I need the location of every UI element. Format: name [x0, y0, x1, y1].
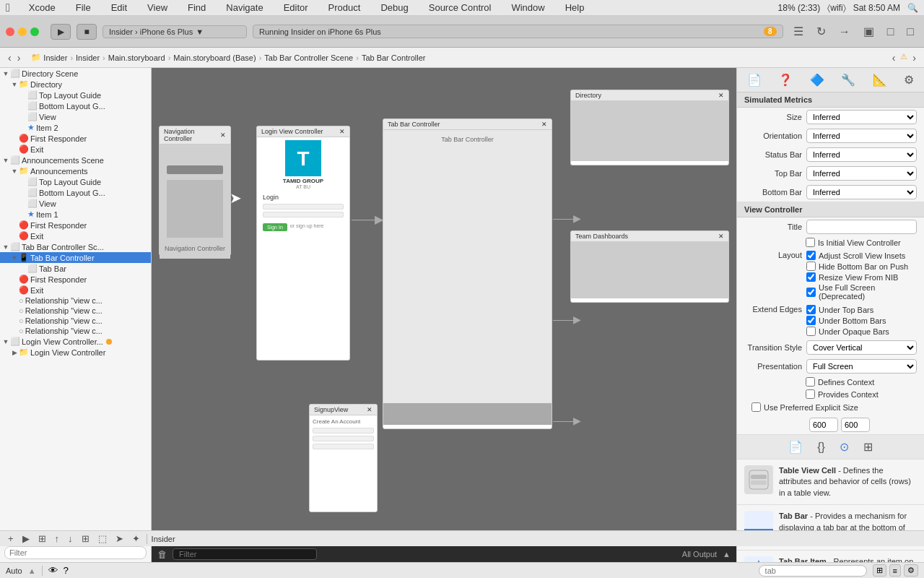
status-bar-select[interactable]: Inferred: [806, 147, 917, 162]
delete-output-button[interactable]: 🗑: [157, 549, 167, 560]
under-opaque-checkbox[interactable]: [806, 327, 816, 336]
back-button[interactable]: ‹: [6, 52, 14, 64]
menu-product[interactable]: Product: [324, 2, 365, 13]
bc-next-button[interactable]: ›: [910, 52, 918, 64]
team-dashboards-panel[interactable]: Team Dashboards ✕: [570, 230, 729, 303]
search-icon[interactable]: 🔍: [907, 3, 918, 13]
menu-help[interactable]: Help: [561, 2, 589, 13]
login-controller-box[interactable]: Login View Controller ✕ T TAMID GROUP: [256, 126, 350, 361]
is-initial-checkbox[interactable]: [806, 238, 815, 247]
sidebar-item-tabbar[interactable]: ⬜ Tab Bar: [0, 263, 151, 274]
adjust-scroll-checkbox[interactable]: [806, 251, 816, 260]
sidebar-item-directory[interactable]: ▼ 📁 Directory: [0, 79, 151, 90]
content-size-checkbox[interactable]: [751, 402, 761, 412]
breadcrumb-item-2[interactable]: Insider: [76, 53, 100, 62]
bb-btn2[interactable]: ▶: [20, 532, 32, 545]
full-screen-checkbox[interactable]: [806, 288, 816, 297]
rp-icon-help[interactable]: ❓: [774, 71, 797, 89]
transition-select[interactable]: Cover Vertical: [806, 340, 917, 355]
team-panel-close-icon[interactable]: ✕: [718, 233, 724, 240]
top-bar-select[interactable]: Inferred: [806, 166, 917, 181]
forward-button[interactable]: ›: [15, 52, 23, 64]
menu-editor[interactable]: Editor: [279, 2, 313, 13]
add-item-button[interactable]: +: [6, 532, 16, 545]
right-panel-icon[interactable]: □: [902, 23, 918, 40]
sidebar-item-tabbar-controller[interactable]: ▼ 📱 Tab Bar Controller: [0, 252, 151, 263]
signup-field3[interactable]: [313, 444, 374, 449]
minimize-button[interactable]: [18, 27, 27, 36]
run-button[interactable]: ▶: [51, 24, 71, 40]
rp-circle-icon-btn[interactable]: ⊙: [835, 438, 853, 456]
bb-btn4[interactable]: ↑: [53, 532, 62, 545]
menu-xcode[interactable]: Xcode: [25, 2, 60, 13]
directory-panel-close-icon[interactable]: ✕: [718, 92, 724, 99]
under-top-checkbox[interactable]: [806, 305, 816, 314]
nav-ctrl-close-icon[interactable]: ✕: [220, 131, 226, 139]
layout-icon[interactable]: ▣: [859, 22, 879, 40]
sidebar-filter-input[interactable]: [4, 546, 147, 559]
email-field[interactable]: [263, 204, 344, 210]
sidebar-item-view-dir[interactable]: ⬜ View: [0, 111, 151, 122]
sidebar-item-top-layout-announcements[interactable]: ⬜ Top Layout Guide: [0, 176, 151, 187]
apple-menu[interactable]: : [6, 1, 10, 14]
presentation-select[interactable]: Full Screen: [806, 359, 917, 374]
rp-icon-identity[interactable]: 🔷: [806, 71, 829, 89]
breadcrumb-item-1[interactable]: 📁 Insider: [31, 53, 67, 62]
canvas-area[interactable]: Navigation Controller ✕ Navigation Contr…: [152, 68, 736, 562]
bb-btn3[interactable]: ⊞: [36, 532, 48, 545]
forward-icon[interactable]: →: [834, 23, 855, 40]
bb-btn6[interactable]: ⊞: [79, 532, 92, 545]
inspector-icon[interactable]: □: [883, 23, 899, 40]
bottom-bar-select[interactable]: Inferred: [806, 185, 917, 199]
menu-edit[interactable]: Edit: [107, 2, 131, 13]
tabbar-ctrl-close-icon[interactable]: ✕: [541, 121, 547, 128]
status-settings-btn[interactable]: ⚙: [904, 564, 918, 577]
status-list-btn[interactable]: ≡: [889, 564, 901, 577]
sidebar-item-item1[interactable]: ★ Item 1: [0, 209, 151, 220]
output-selector[interactable]: All Output: [682, 550, 717, 558]
menu-view[interactable]: View: [143, 2, 172, 13]
status-grid-btn[interactable]: ⊞: [873, 564, 886, 577]
bb-btn8[interactable]: ➤: [113, 532, 126, 545]
rp-icon-attributes[interactable]: 🔧: [837, 71, 860, 89]
library-search-input[interactable]: [759, 565, 867, 577]
sidebar-section-tabbar[interactable]: ▼ ⬜ Tab Bar Controller Sc...: [0, 241, 151, 252]
sidebar-item-first-responder-tb[interactable]: 🔴 First Responder: [0, 274, 151, 285]
signup-controller-box[interactable]: SignupView ✕ Create An Account: [309, 404, 378, 512]
sidebar-section-directory-scene[interactable]: ▼ ⬜ Directory Scene: [0, 68, 151, 79]
bb-btn5[interactable]: ↓: [66, 532, 75, 545]
rp-grid-icon-btn[interactable]: ⊞: [859, 438, 877, 456]
scheme-selector[interactable]: Insider › iPhone 6s Plus ▼: [103, 25, 247, 38]
provides-context-checkbox[interactable]: [806, 389, 815, 399]
content-size-h-input[interactable]: [841, 418, 870, 432]
hide-bottom-checkbox[interactable]: [806, 262, 816, 271]
sidebar-item-rel1[interactable]: ○ Relationship "view c...: [0, 296, 151, 306]
navigation-controller-box[interactable]: Navigation Controller ✕ Navigation Contr…: [159, 126, 231, 256]
sidebar-section-login[interactable]: ▼ ⬜ Login View Controller...: [0, 336, 151, 347]
menu-source-control[interactable]: Source Control: [424, 2, 496, 13]
directory-panel[interactable]: Directory ✕: [570, 90, 729, 165]
menu-debug[interactable]: Debug: [376, 2, 412, 13]
menu-file[interactable]: File: [71, 2, 95, 13]
sidebar-section-announcements[interactable]: ▼ ⬜ Announcements Scene: [0, 155, 151, 165]
sidebar-item-bottom-layout-guide-dir[interactable]: ⬜ Bottom Layout G...: [0, 100, 151, 111]
output-filter-input[interactable]: [173, 548, 317, 560]
sidebar-item-rel3[interactable]: ○ Relationship "view c...: [0, 316, 151, 326]
tabbar-controller-box[interactable]: Tab Bar Controller ✕ Tab Bar Controller: [383, 118, 552, 429]
menu-navigate[interactable]: Navigate: [222, 2, 267, 13]
refresh-icon[interactable]: ↻: [812, 22, 830, 40]
sidebar-item-rel4[interactable]: ○ Relationship "view c...: [0, 326, 151, 336]
stop-button[interactable]: ■: [77, 24, 97, 40]
defines-context-checkbox[interactable]: [806, 377, 815, 387]
sidebar-item-view-announcements[interactable]: ⬜ View: [0, 198, 151, 209]
rp-icon-size[interactable]: 📐: [868, 71, 892, 89]
orientation-select[interactable]: Inferred: [806, 129, 917, 143]
close-button[interactable]: [6, 27, 14, 36]
sidebar-item-item2[interactable]: ★ Item 2: [0, 122, 151, 133]
split-left-icon[interactable]: ☰: [789, 22, 808, 40]
rp-file-icon-btn[interactable]: 📄: [784, 438, 807, 456]
status-help-btn[interactable]: ?: [64, 565, 69, 576]
sidebar-item-exit-ann[interactable]: 🔴 Exit: [0, 230, 151, 241]
bb-btn9[interactable]: ✦: [130, 532, 142, 545]
size-select[interactable]: Inferred: [806, 110, 917, 124]
